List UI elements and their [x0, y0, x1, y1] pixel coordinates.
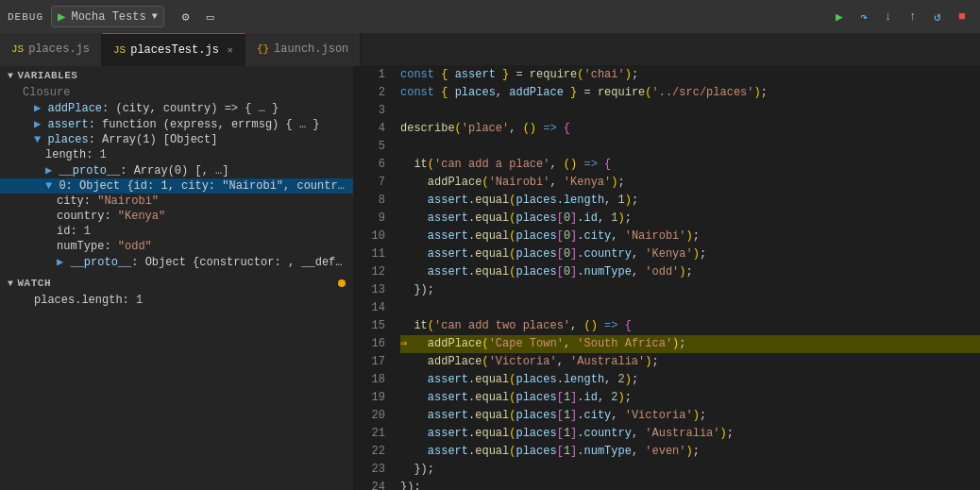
ln-23: 23: [362, 461, 385, 479]
code-line-22: assert.equal(places[1].numType, 'even');: [400, 443, 980, 461]
places-name: places: [47, 133, 88, 146]
var-addplace[interactable]: ▶ addPlace: (city, country) => { … }: [0, 100, 353, 116]
ln-21: 21: [362, 425, 385, 443]
ln-16: 16: [362, 335, 385, 353]
code-line-3: [400, 102, 980, 120]
code-line-5: [400, 138, 980, 156]
code-line-12: assert.equal(places[0].numType, 'odd');: [400, 263, 980, 281]
code-line-17: addPlace('Victoria', 'Australia');: [400, 353, 980, 371]
step-into-button[interactable]: ↓: [878, 7, 899, 27]
tab-close-icon[interactable]: ✕: [228, 44, 233, 56]
code-line-8: assert.equal(places.length, 1);: [400, 192, 980, 210]
debug-controls: ⚙ ▭: [176, 7, 221, 27]
ln-4: 4: [362, 120, 385, 138]
code-line-2: const { places, addPlace } = require('..…: [400, 84, 980, 102]
js-file-icon: JS: [11, 43, 24, 55]
code-editor[interactable]: 1 2 3 4 5 6 7 8 9 10 11 12 13 14 15 16 1…: [354, 66, 980, 490]
places-0-item[interactable]: ▼ 0: Object {id: 1, city: "Nairobi", cou…: [0, 178, 353, 194]
ln-1: 1: [362, 66, 385, 84]
tab-placestest-js[interactable]: JS placesTest.js ✕: [102, 33, 245, 66]
code-line-4: describe('place', () => {: [400, 120, 980, 138]
step-out-button[interactable]: ↑: [903, 7, 923, 27]
places-type: : Array(1) [Object]: [89, 133, 218, 146]
places-arrow: ▼: [34, 133, 47, 146]
ln-24: 24: [362, 479, 385, 490]
assert-name: assert: [47, 118, 88, 131]
code-lines: const { assert } = require('chai'); cons…: [397, 66, 980, 490]
tab-label-placestest-js: placesTest.js: [130, 43, 219, 57]
tabs-bar: JS places.js JS placesTest.js ✕ {} launc…: [0, 33, 980, 66]
code-line-21: assert.equal(places[1].country, 'Austral…: [400, 425, 980, 443]
step-over-button[interactable]: ↷: [853, 7, 874, 27]
stop-button[interactable]: ■: [952, 7, 972, 27]
ln-17: 17: [362, 353, 385, 371]
places-city: city: "Nairobi": [0, 194, 353, 209]
code-line-7: addPlace('Nairobi', 'Kenya');: [400, 174, 980, 192]
restart-button[interactable]: ↺: [927, 7, 948, 27]
assert-value: : function (express, errmsg) { … }: [89, 118, 320, 131]
ln-11: 11: [362, 245, 385, 263]
continue-button[interactable]: ▶: [829, 7, 850, 27]
var-places[interactable]: ▼ places: Array(1) [Object]: [0, 132, 353, 147]
places-proto[interactable]: ▶ __proto__: Array(0) [, …]: [0, 162, 353, 178]
addplace-name: addPlace: [47, 102, 102, 115]
debug-config-selector[interactable]: ▶ Mocha Tests ▼: [51, 6, 164, 27]
ln-22: 22: [362, 443, 385, 461]
code-line-13: });: [400, 281, 980, 299]
ln-9: 9: [362, 210, 385, 228]
main-area: ▼ VARIABLES Closure ▶ addPlace: (city, c…: [0, 66, 980, 490]
variables-arrow: ▼: [8, 71, 14, 81]
watch-arrow: ▼: [8, 279, 14, 289]
code-line-16: ⇒ addPlace('Cape Town', 'South Africa');: [400, 335, 980, 353]
ln-14: 14: [362, 299, 385, 317]
places-numtype: numType: "odd": [0, 239, 353, 254]
watch-section-header[interactable]: ▼ WATCH: [0, 274, 353, 293]
var-assert[interactable]: ▶ assert: function (express, errmsg) { ……: [0, 116, 353, 132]
code-line-11: assert.equal(places[0].country, 'Kenya')…: [400, 245, 980, 263]
watch-places-length: places.length: 1: [0, 293, 353, 308]
ln-12: 12: [362, 263, 385, 281]
ln-19: 19: [362, 389, 385, 407]
ln-5: 5: [362, 138, 385, 156]
places-id: id: 1: [0, 224, 353, 239]
tab-label-places-js: places.js: [28, 42, 90, 56]
places-length: length: 1: [0, 147, 353, 162]
debug-action-controls: ▶ ↷ ↓ ↑ ↺ ■: [829, 7, 972, 27]
debug-sidebar: ▼ VARIABLES Closure ▶ addPlace: (city, c…: [0, 66, 354, 490]
settings-button[interactable]: ⚙: [176, 7, 196, 27]
assert-icon: ▶: [34, 118, 47, 131]
code-line-14: [400, 299, 980, 317]
code-line-24: });: [400, 479, 980, 490]
chevron-down-icon: ▼: [152, 11, 158, 22]
places-proto2[interactable]: ▶ __proto__: Object {constructor: , __de…: [0, 254, 353, 270]
ln-3: 3: [362, 102, 385, 120]
js-file-icon: JS: [113, 44, 126, 56]
config-name: Mocha Tests: [71, 10, 145, 24]
ln-20: 20: [362, 407, 385, 425]
ln-2: 2: [362, 84, 385, 102]
ln-6: 6: [362, 156, 385, 174]
code-line-19: assert.equal(places[1].id, 2);: [400, 389, 980, 407]
code-line-9: assert.equal(places[0].id, 1);: [400, 210, 980, 228]
places-country: country: "Kenya": [0, 209, 353, 224]
json-file-icon: {}: [257, 43, 269, 55]
code-line-20: assert.equal(places[1].city, 'Victoria')…: [400, 407, 980, 425]
ln-10: 10: [362, 228, 385, 245]
ln-15: 15: [362, 317, 385, 335]
ln-13: 13: [362, 281, 385, 299]
play-icon: ▶: [58, 8, 65, 25]
variables-section-header[interactable]: ▼ VARIABLES: [0, 66, 353, 85]
tab-label-launch-json: launch.json: [274, 42, 348, 56]
close-debug-button[interactable]: ▭: [200, 7, 221, 27]
addplace-icon: ▶: [34, 102, 47, 115]
watch-label: WATCH: [18, 278, 52, 289]
tab-launch-json[interactable]: {} launch.json: [245, 33, 361, 66]
tab-places-js[interactable]: JS places.js: [0, 33, 102, 66]
debug-toolbar: DEBUG ▶ Mocha Tests ▼ ⚙ ▭ ▶ ↷ ↓ ↑ ↺ ■: [0, 0, 980, 33]
variables-label: VARIABLES: [18, 70, 78, 81]
closure-label: Closure: [23, 86, 70, 99]
debug-label: DEBUG: [8, 11, 43, 23]
code-area: 1 2 3 4 5 6 7 8 9 10 11 12 13 14 15 16 1…: [354, 66, 980, 490]
closure-group[interactable]: Closure: [0, 85, 353, 100]
ln-18: 18: [362, 371, 385, 389]
